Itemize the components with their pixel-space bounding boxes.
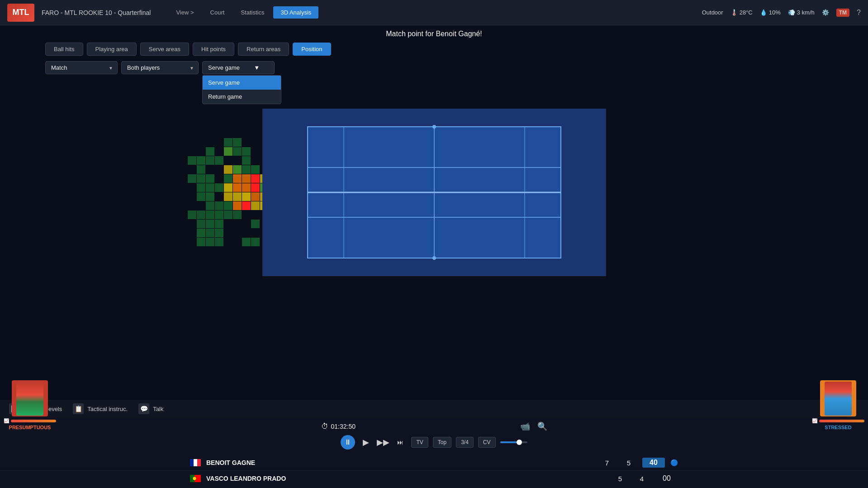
tm-logo: TM xyxy=(836,9,849,17)
player1-avatar xyxy=(12,380,48,416)
view-3-4-button[interactable]: 3/4 xyxy=(456,437,474,448)
nav-tabs: View > Court Statistics 3D Analysis xyxy=(169,6,702,19)
court-container xyxy=(262,109,606,276)
player2-row: 📈 STRESSED VASCO LEANDRO PRADO 5 4 00 xyxy=(0,471,868,486)
players-dropdown-wrapper: Both players Benoit Gagné Vasco Leandro … xyxy=(121,61,199,74)
timer-display: ⏱ 01:32:50 xyxy=(321,422,356,431)
logo: MTL xyxy=(7,4,34,22)
slider-track xyxy=(500,441,527,443)
game-type-dropdown-wrapper: Serve game ▼ Serve game Return game xyxy=(202,61,275,74)
view-cv-button[interactable]: CV xyxy=(478,437,496,448)
playback-controls: ⏸ ▶ ▶▶ ⏭ TV Top 3/4 CV xyxy=(341,435,527,450)
player1-game: 40 xyxy=(642,458,665,468)
svg-rect-11 xyxy=(190,459,194,466)
search-icon[interactable]: 🔍 xyxy=(537,421,547,431)
settings-icon[interactable]: ⚙️ xyxy=(822,9,829,16)
wind-display: 💨 3 km/h xyxy=(788,9,815,16)
top-bar: MTL FARO - MTL ROOKIE 10 - Quarterfinal … xyxy=(0,0,868,25)
game-type-dropdown[interactable]: Serve game ▼ xyxy=(202,61,275,74)
play-button[interactable]: ▶ xyxy=(360,436,372,449)
players-dropdown[interactable]: Both players Benoit Gagné Vasco Leandro … xyxy=(121,61,199,74)
tool-talk[interactable]: 💬 Talk xyxy=(138,403,163,414)
filter-buttons: Ball hits Playing area Serve areas Hit p… xyxy=(45,43,823,56)
controls-area: Ball hits Playing area Serve areas Hit p… xyxy=(0,43,868,74)
tactical-icon: 📋 xyxy=(73,403,84,414)
dropdown-row: Match Set 1 Set 2 ▼ Both players Benoit … xyxy=(45,61,823,74)
score-table: 📈 PRESUMPTUOUS BENOIT GAGNE 7 5 40 🔵 xyxy=(0,453,868,488)
player2-bar xyxy=(819,420,864,422)
pause-button[interactable]: ⏸ xyxy=(341,435,355,450)
camera-icon[interactable]: 📹 xyxy=(520,421,530,431)
court-svg xyxy=(262,109,606,276)
player1-name: BENOIT GAGNE xyxy=(206,459,593,466)
humidity-value: 10% xyxy=(769,9,781,16)
player1-extra-icon: 🔵 xyxy=(670,459,678,466)
weather-outdoor: Outdoor xyxy=(702,9,723,16)
speed-slider[interactable] xyxy=(500,441,527,443)
outdoor-label: Outdoor xyxy=(702,9,723,16)
nav-statistics[interactable]: Statistics xyxy=(233,6,271,19)
video-controls: ⏱ 01:32:50 📹 🔍 ⏸ ▶ ▶▶ ⏭ TV Top 3/4 CV xyxy=(0,418,868,453)
talk-icon: 💬 xyxy=(138,403,149,414)
player1-set2: 5 xyxy=(621,459,637,467)
filter-return-areas[interactable]: Return areas xyxy=(238,43,289,56)
filter-serve-areas[interactable]: Serve areas xyxy=(140,43,189,56)
forward-button[interactable]: ▶▶ xyxy=(377,436,389,449)
player1-panel: 📈 PRESUMPTUOUS xyxy=(0,377,60,434)
player2-name: VASCO LEANDRO PRADO xyxy=(206,475,607,482)
tactical-label: Tactical instruc. xyxy=(87,406,128,412)
filter-position[interactable]: Position xyxy=(293,43,331,56)
player2-game: 00 xyxy=(655,474,678,483)
svg-rect-13 xyxy=(197,459,201,466)
slider-fill xyxy=(500,441,518,443)
court-area xyxy=(77,109,791,276)
time-value: 01:32:50 xyxy=(331,423,356,430)
player2-flag xyxy=(190,475,201,482)
time-row: ⏱ 01:32:50 📹 🔍 xyxy=(321,421,547,431)
tool-tactical[interactable]: 📋 Tactical instruc. xyxy=(73,403,128,414)
player1-row: 📈 PRESUMPTUOUS BENOIT GAGNE 7 5 40 🔵 xyxy=(0,455,868,471)
camera-search: 📹 🔍 xyxy=(520,421,547,431)
player2-set2: 4 xyxy=(634,475,650,483)
wind-value: 3 km/h xyxy=(797,9,815,16)
filter-hit-points[interactable]: Hit points xyxy=(193,43,234,56)
filter-playing-area[interactable]: Playing area xyxy=(87,43,137,56)
nav-court[interactable]: Court xyxy=(203,6,232,19)
match-dropdown-wrapper: Match Set 1 Set 2 ▼ xyxy=(45,61,118,74)
player1-bar xyxy=(11,420,56,422)
svg-point-9 xyxy=(432,125,436,129)
help-icon[interactable]: ? xyxy=(857,9,861,17)
svg-point-16 xyxy=(193,477,196,480)
bottom-section: 📊 Intensity levels 📋 Tactical instruc. 💬… xyxy=(0,400,868,488)
player2-stat-row: 📈 xyxy=(812,418,864,423)
tools-row: 📊 Intensity levels 📋 Tactical instruc. 💬… xyxy=(0,400,868,418)
match-dropdown[interactable]: Match Set 1 Set 2 xyxy=(45,61,118,74)
filter-ball-hits[interactable]: Ball hits xyxy=(45,43,83,56)
nav-view[interactable]: View > xyxy=(169,6,201,19)
talk-label: Talk xyxy=(153,406,163,412)
match-point-text: Match point for Benoit Gagné! xyxy=(386,30,482,38)
svg-rect-12 xyxy=(194,459,197,466)
player2-panel: 📈 STRESSED xyxy=(808,377,868,434)
top-right-info: Outdoor 🌡️ 28°C 💧 10% 💨 3 km/h ⚙️ TM ? xyxy=(702,9,861,17)
svg-point-10 xyxy=(432,256,436,260)
fast-forward-button[interactable]: ⏭ xyxy=(394,436,407,449)
player1-label: PRESUMPTUOUS xyxy=(9,425,51,430)
match-point-banner: Match point for Benoit Gagné! xyxy=(0,25,868,43)
game-type-menu: Serve game Return game xyxy=(202,75,281,104)
player2-label: STRESSED xyxy=(825,425,851,430)
game-type-option-return[interactable]: Return game xyxy=(203,90,281,104)
game-type-value: Serve game xyxy=(208,64,240,71)
player2-avatar xyxy=(820,380,856,416)
view-top-button[interactable]: Top xyxy=(433,437,451,448)
humidity-display: 💧 10% xyxy=(760,9,781,16)
player1-set1: 7 xyxy=(599,459,615,467)
player2-set1: 5 xyxy=(612,475,628,483)
player1-flag xyxy=(190,459,201,466)
slider-thumb[interactable] xyxy=(517,440,522,445)
game-type-option-serve[interactable]: Serve game xyxy=(203,76,281,90)
player1-stat-row: 📈 xyxy=(4,418,56,423)
timer-icon: ⏱ xyxy=(321,422,328,431)
view-tv-button[interactable]: TV xyxy=(411,437,428,448)
nav-3d-analysis[interactable]: 3D Analysis xyxy=(273,6,318,19)
